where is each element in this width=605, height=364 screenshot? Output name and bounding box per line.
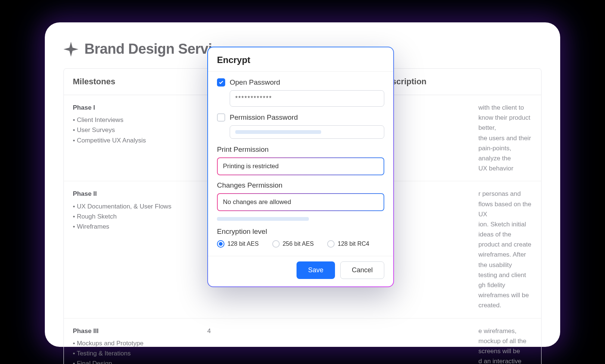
save-button[interactable]: Save: [297, 261, 335, 279]
permission-password-input[interactable]: [230, 125, 384, 139]
list-item: Final Design: [73, 358, 189, 364]
open-password-checkbox[interactable]: [217, 78, 225, 87]
description-cell: e wireframes, mockup of all the screens …: [333, 318, 541, 364]
radio-128-aes[interactable]: 128 bit AES: [217, 240, 259, 248]
print-permission-select[interactable]: Printing is restricted: [217, 157, 384, 175]
encryption-level-group: 128 bit AES 256 bit AES 128 bit RC4: [217, 240, 384, 248]
list-item: Rough Sketch: [73, 211, 189, 222]
dialog-footer: Save Cancel: [208, 256, 393, 286]
time-cell: 4: [198, 318, 333, 364]
list-item: User Surveys: [73, 125, 189, 135]
col-milestones: Milestones: [64, 69, 198, 95]
phase-title: Phase I: [73, 103, 189, 113]
table-row: Phase III Mockups and Prototype Testing …: [64, 318, 541, 364]
list-item: Wireframes: [73, 222, 189, 232]
page-title: Brand Design Servi: [84, 41, 212, 57]
skeleton-bar: [217, 217, 309, 221]
list-item: Testing & Iterations: [73, 348, 189, 358]
open-password-label: Open Password: [230, 78, 280, 87]
cancel-button[interactable]: Cancel: [340, 261, 384, 279]
dialog-title: Encrypt: [208, 47, 393, 72]
changes-permission-label: Changes Permission: [217, 181, 384, 189]
radio-256-aes[interactable]: 256 bit AES: [272, 240, 314, 248]
list-item: Client Interviews: [73, 115, 189, 125]
encrypt-dialog: Encrypt Open Password Permission Passwor…: [207, 47, 394, 287]
phase-title: Phase II: [73, 189, 189, 199]
print-permission-label: Print Permission: [217, 145, 384, 154]
encryption-level-label: Encryption level: [217, 228, 384, 236]
list-item: UX Documentation, & User Flows: [73, 201, 189, 211]
phase-title: Phase III: [73, 326, 189, 336]
check-icon: [218, 80, 224, 85]
open-password-input[interactable]: [230, 90, 384, 107]
radio-icon: [217, 240, 224, 248]
list-item: Competitive UX Analysis: [73, 135, 189, 145]
sparkle-icon: [63, 42, 78, 57]
radio-128-rc4[interactable]: 128 bit RC4: [327, 240, 369, 248]
radio-icon: [327, 240, 335, 248]
permission-password-label: Permission Password: [230, 113, 298, 122]
permission-password-checkbox[interactable]: [217, 113, 225, 122]
changes-permission-select[interactable]: No changes are allowed: [217, 193, 384, 211]
radio-icon: [272, 240, 280, 248]
list-item: Mockups and Prototype: [73, 338, 189, 348]
